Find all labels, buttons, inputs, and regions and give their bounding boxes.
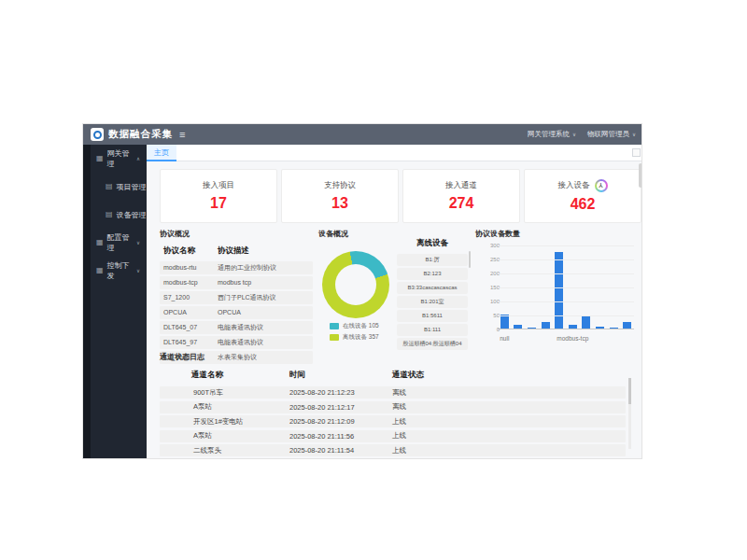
- table-row: OPCUAOPCUA: [160, 306, 313, 319]
- y-axis-tick-label: 0: [479, 327, 500, 332]
- stat-value: 13: [331, 195, 348, 212]
- offline-device-item[interactable]: B1:111: [397, 324, 468, 336]
- scrollbar-thumb[interactable]: [639, 163, 642, 188]
- sidebar-subitem[interactable]: ▤设备管理: [83, 201, 147, 229]
- system-select-label: 网关管理系统: [528, 130, 570, 139]
- sidebar-item-1[interactable]: ▦网关管理∧: [83, 145, 147, 173]
- log-panel-title: 通道状态日志: [160, 352, 638, 362]
- protocol-name-cell: modbus-rtu: [160, 264, 218, 271]
- grid-icon: ▦: [96, 155, 104, 162]
- protocol-name-cell: DLT645_07: [160, 324, 218, 330]
- protocol-name-cell: modbus-tcp: [160, 279, 218, 286]
- header-right: 网关管理系统 ∨ 物联网管理员 ∨: [528, 130, 636, 139]
- table-row: A泵站2025-08-20 21:11:56上线: [160, 430, 626, 442]
- y-axis-tick-label: 200: [479, 271, 500, 276]
- bar-series-bar: [569, 325, 577, 329]
- legend-swatch-icon: [330, 323, 339, 329]
- bar-series-bar: [528, 328, 536, 329]
- legend-item[interactable]: 在线设备 105: [330, 322, 379, 330]
- offline-device-item[interactable]: B1:201室: [397, 296, 468, 308]
- chevron-up-icon: ∧: [136, 156, 140, 161]
- app-window: 数据融合采集 ≡ 网关管理系统 ∨ 物联网管理员 ∨ ▦网关管理∧▤项目管理▤设…: [82, 123, 642, 459]
- bar-series-bar: [500, 315, 509, 329]
- sidebar-nav: ▦网关管理∧▤项目管理▤设备管理▦配置管理∨▦控制下发∨: [83, 145, 147, 459]
- y-axis-tick-label: 300: [479, 243, 500, 248]
- legend-swatch-icon: [330, 334, 339, 341]
- stat-label-row: 接入设备⅄: [558, 179, 608, 192]
- channel-name-cell: 二线泵头: [160, 446, 289, 455]
- offline-device-item[interactable]: 殷运順槽04:殷运順槽04: [397, 338, 468, 350]
- offline-device-item[interactable]: B2:123: [397, 268, 468, 280]
- protocol-desc-cell: OPCUA: [218, 309, 241, 315]
- protocol-name-cell: OPCUA: [160, 309, 218, 315]
- sidebar-subitem-label: 设备管理: [117, 210, 147, 220]
- sidebar-collapse-icon[interactable]: ≡: [179, 130, 185, 140]
- bar-series-bar: [623, 322, 631, 329]
- content-scrollbar[interactable]: [639, 163, 642, 456]
- gridline: [498, 259, 634, 260]
- bar-series-bar: [542, 322, 550, 329]
- user-account-menu[interactable]: 物联网管理员 ∨: [587, 130, 636, 139]
- main-area: 主页 接入项目17支持协议13接入通道274接入设备⅄462 协议概况 协议名称…: [147, 145, 642, 459]
- offline-list-title: 离线设备: [397, 238, 468, 249]
- legend-item[interactable]: 离线设备 357: [330, 333, 379, 342]
- protocol-col-desc: 协议描述: [218, 245, 249, 257]
- offline-device-item[interactable]: B3:33cascascascas: [397, 282, 468, 294]
- protocol-desc-cell: 电能表通讯协议: [218, 323, 263, 332]
- status-cell: 上线: [392, 431, 626, 441]
- bar-series-bar: [596, 327, 604, 329]
- gridline: [498, 315, 634, 316]
- x-axis-tick-label: modbus-tcp: [557, 335, 588, 342]
- stat-value: 462: [571, 196, 596, 213]
- stat-label: 接入项目: [203, 180, 234, 191]
- chevron-down-icon: ∨: [136, 240, 140, 245]
- stat-label-row: 接入通道: [445, 180, 477, 191]
- stat-label-row: 支持协议: [324, 180, 356, 191]
- gridline: [498, 245, 634, 246]
- channel-name-cell: 开发区1#变电站: [160, 417, 289, 427]
- table-row: DLT645_07电能表通讯协议: [160, 321, 313, 334]
- tab-bar: 主页: [147, 145, 642, 161]
- protocol-desc-cell: modbus tcp: [218, 279, 251, 286]
- stat-label-row: 接入项目: [203, 180, 234, 191]
- channel-status-log-panel: 通道状态日志 通道名称 时间 通道状态 900T吊车2025-08-20 21:…: [160, 352, 638, 459]
- status-cell: 离线: [392, 402, 626, 412]
- protocol-col-name: 协议名称: [160, 245, 218, 257]
- gridline: [498, 287, 634, 288]
- sidebar-subitem[interactable]: ▤项目管理: [83, 173, 147, 201]
- protocol-desc-cell: 电能表通讯协议: [218, 338, 263, 347]
- offline-device-item[interactable]: B1:5611: [397, 310, 468, 322]
- device-overview-panel: 设备概况 在线设备 105离线设备 357 离线设备 B1:厉B2:123B3:…: [318, 229, 470, 354]
- document-icon: ▤: [106, 211, 113, 218]
- grid-icon: ▦: [96, 239, 104, 246]
- user-account-label: 物联网管理员: [587, 130, 629, 139]
- sidebar-item-2[interactable]: ▦配置管理∨: [83, 229, 147, 257]
- app-title: 数据融合采集: [108, 128, 173, 141]
- scrollbar-thumb[interactable]: [469, 251, 471, 268]
- offline-device-item[interactable]: B1:厉: [397, 254, 468, 266]
- tab-overflow-button[interactable]: [632, 148, 641, 157]
- y-axis-tick-label: 100: [479, 299, 500, 304]
- stat-card-2: 支持协议13: [281, 169, 399, 223]
- bar-series-bar: [582, 315, 590, 329]
- stat-value: 17: [210, 195, 227, 212]
- chevron-down-icon: ∨: [136, 268, 140, 273]
- protocol-table-body: modbus-rtu通用的工业控制协议modbus-tcpmodbus tcpS…: [160, 261, 313, 364]
- table-row: 二线泵头2025-08-20 21:11:54上线: [160, 444, 626, 456]
- system-select-menu[interactable]: 网关管理系统 ∨: [528, 130, 576, 139]
- bar-series-bar: [555, 252, 563, 329]
- time-cell: 2025-08-20 21:11:56: [289, 432, 392, 441]
- log-table-header: 通道名称 时间 通道状态: [160, 370, 626, 381]
- stat-label: 接入设备: [558, 180, 590, 191]
- legend-label: 离线设备 357: [343, 333, 379, 342]
- status-cell: 离线: [392, 388, 626, 398]
- table-row: 开发区1#变电站2025-08-20 21:12:09上线: [160, 415, 626, 427]
- protocol-device-bar-chart: 050100150200250300nullmodbus-tcp: [475, 242, 641, 346]
- log-table-body: 900T吊车2025-08-20 21:12:23离线A泵站2025-08-20…: [160, 386, 638, 456]
- sidebar-item-3[interactable]: ▦控制下发∨: [83, 257, 147, 285]
- y-axis-tick-label: 150: [479, 285, 500, 290]
- log-scrollbar[interactable]: [628, 378, 631, 449]
- tab-home[interactable]: 主页: [147, 145, 176, 161]
- app-header: 数据融合采集 ≡ 网关管理系统 ∨ 物联网管理员 ∨: [83, 124, 642, 145]
- scrollbar-thumb[interactable]: [628, 378, 631, 404]
